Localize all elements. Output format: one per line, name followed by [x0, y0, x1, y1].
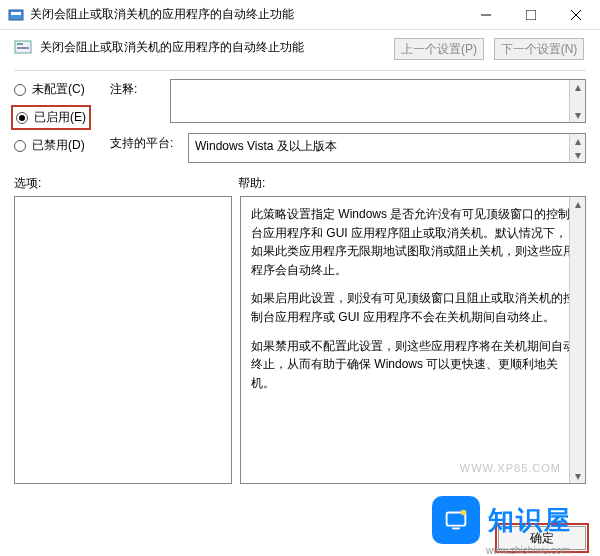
svg-rect-8	[17, 47, 29, 49]
logo-badge-icon	[432, 496, 480, 544]
radio-icon	[16, 112, 28, 124]
minimize-button[interactable]	[463, 0, 508, 29]
app-icon	[8, 7, 24, 23]
help-label: 帮助:	[238, 175, 586, 192]
svg-rect-7	[17, 43, 23, 45]
options-panel	[14, 196, 232, 484]
options-label: 选项:	[14, 175, 238, 192]
help-paragraph: 如果禁用或不配置此设置，则这些应用程序将在关机期间自动终止，从而有助于确保 Wi…	[251, 337, 575, 393]
comment-textbox[interactable]: ▴ ▾	[170, 79, 586, 123]
close-button[interactable]	[553, 0, 598, 29]
comment-label: 注释:	[110, 79, 164, 123]
branding-text: 知识屋	[488, 503, 572, 538]
branding-url: www.zhishiwu.com	[486, 545, 570, 556]
svg-rect-10	[452, 528, 460, 530]
platform-textbox: Windows Vista 及以上版本 ▴ ▾	[188, 133, 586, 163]
radio-not-configured[interactable]: 未配置(C)	[14, 81, 104, 98]
next-setting-button[interactable]: 下一个设置(N)	[494, 38, 584, 60]
radio-label: 已禁用(D)	[32, 137, 85, 154]
maximize-button[interactable]	[508, 0, 553, 29]
scroll-down-icon[interactable]: ▾	[570, 108, 585, 122]
policy-icon	[14, 39, 32, 57]
scrollbar[interactable]: ▴ ▾	[569, 134, 585, 162]
scrollbar[interactable]: ▴ ▾	[569, 80, 585, 122]
radio-label: 未配置(C)	[32, 81, 85, 98]
radio-icon	[14, 84, 26, 96]
svg-rect-3	[526, 10, 536, 20]
help-panel: 此策略设置指定 Windows 是否允许没有可见顶级窗口的控制台应用程序和 GU…	[240, 196, 586, 484]
svg-point-11	[461, 510, 467, 516]
radio-enabled[interactable]: 已启用(E)	[14, 108, 88, 127]
prev-setting-button[interactable]: 上一个设置(P)	[394, 38, 484, 60]
divider	[14, 70, 586, 71]
scrollbar[interactable]: ▴ ▾	[569, 197, 585, 483]
platform-label: 支持的平台:	[110, 133, 182, 163]
help-paragraph: 此策略设置指定 Windows 是否允许没有可见顶级窗口的控制台应用程序和 GU…	[251, 205, 575, 279]
scroll-up-icon[interactable]: ▴	[570, 134, 585, 148]
help-paragraph: 如果启用此设置，则没有可见顶级窗口且阻止或取消关机的控制台应用程序或 GUI 应…	[251, 289, 575, 326]
branding-logo: 知识屋	[432, 496, 572, 544]
platform-value: Windows Vista 及以上版本	[189, 134, 585, 159]
radio-label: 已启用(E)	[34, 109, 86, 126]
scroll-up-icon[interactable]: ▴	[570, 80, 585, 94]
radio-icon	[14, 140, 26, 152]
radio-disabled[interactable]: 已禁用(D)	[14, 137, 104, 154]
policy-title: 关闭会阻止或取消关机的应用程序的自动终止功能	[40, 39, 304, 56]
watermark-text: WWW.XP85.COM	[460, 460, 561, 477]
svg-rect-1	[11, 12, 21, 15]
scroll-up-icon[interactable]: ▴	[570, 197, 585, 211]
scroll-down-icon[interactable]: ▾	[570, 148, 585, 162]
window-title: 关闭会阻止或取消关机的应用程序的自动终止功能	[30, 6, 463, 23]
scroll-down-icon[interactable]: ▾	[570, 469, 585, 483]
